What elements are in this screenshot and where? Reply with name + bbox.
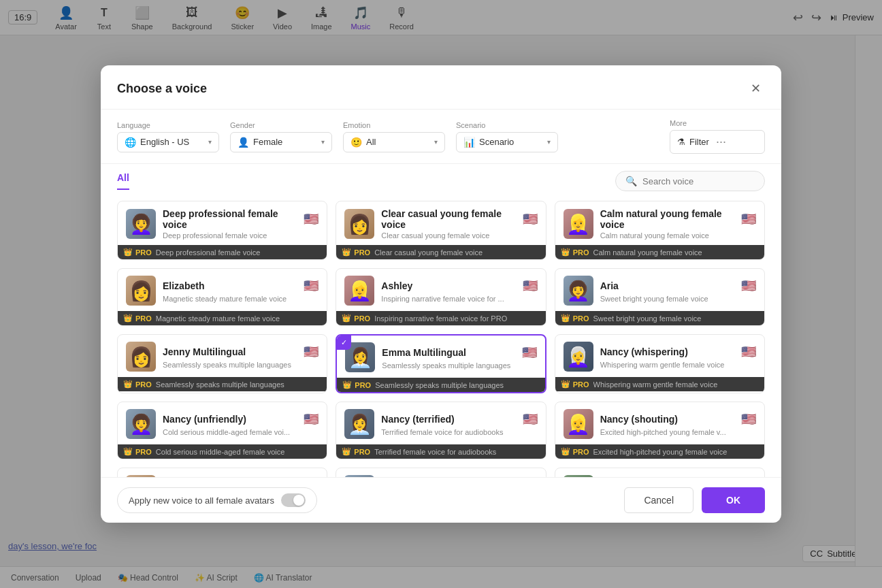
- filters-row: Language 🌐 English - US ▾ Gender 👤 Femal…: [101, 110, 781, 164]
- pro-badge: 👑 PRO: [123, 447, 152, 456]
- scenario-filter-select[interactable]: 📊 Scenario ▾: [456, 132, 558, 152]
- flag-icon: 🇺🇸: [304, 212, 318, 227]
- voice-card-elizabeth[interactable]: 👩 Elizabeth 🇺🇸 Magnetic steady mature fe…: [117, 268, 327, 326]
- voice-name-row: Nancy (unfriendly) 🇺🇸: [163, 412, 318, 427]
- voice-card-top: 👩 Jenny Multilingual 🇺🇸 Seamlessly speak…: [118, 335, 327, 377]
- voice-avatar: 👩: [344, 209, 374, 239]
- voice-card-nancy-unfriendly[interactable]: 👩‍🦱 Nancy (unfriendly) 🇺🇸 Cold serious m…: [117, 402, 327, 459]
- voice-card-nancy-friendly[interactable]: 🧑‍🦰 Nancy (friendly) 🇺🇸 Friendly warm fe…: [555, 468, 765, 477]
- voice-card-bottom: 👑 PRO Deep professional female voice: [118, 245, 327, 259]
- voice-card-bottom: 👑 PRO Magnetic steady mature female voic…: [118, 311, 327, 325]
- modal-title: Choose a voice: [117, 82, 207, 96]
- crown-icon: 👑: [123, 314, 133, 323]
- emotion-filter-group: Emotion 🙂 All ▾: [343, 121, 445, 152]
- gender-filter-label: Gender: [230, 121, 332, 129]
- voice-card-v2[interactable]: 👩 Clear casual young female voice 🇺🇸 Cle…: [336, 201, 546, 260]
- voice-desc: Seamlessly speaks multiple languages: [163, 361, 318, 369]
- voice-card-jenny-multi[interactable]: 👩 Jenny Multilingual 🇺🇸 Seamlessly speak…: [117, 334, 327, 393]
- apply-toggle[interactable]: [281, 493, 306, 507]
- voice-name-row: Emma Multilingual 🇺🇸: [382, 345, 536, 360]
- voice-card-nancy-shouting[interactable]: 👱‍♀️ Nancy (shouting) 🇺🇸 Excited high-pi…: [555, 402, 765, 459]
- language-filter-select[interactable]: 🌐 English - US ▾: [117, 132, 219, 152]
- voice-info: Elizabeth 🇺🇸 Magnetic steady mature fema…: [163, 278, 318, 303]
- pro-label: PRO: [354, 248, 370, 257]
- pro-badge: 👑 PRO: [561, 447, 589, 456]
- emotion-filter-select[interactable]: 🙂 All ▾: [343, 132, 445, 152]
- pro-badge: 👑 PRO: [123, 314, 152, 323]
- voice-name: Calm natural young female voice: [600, 208, 741, 230]
- voice-card-bottom: 👑 PRO Sweet bright young female voice: [555, 311, 764, 325]
- voice-card-bottom: 👑 PRO Inspiring narrative female voice f…: [336, 311, 545, 325]
- more-dots-button[interactable]: ···: [713, 135, 729, 149]
- crown-icon: 👑: [123, 380, 133, 389]
- gender-value: Female: [253, 137, 282, 147]
- voice-avatar: 👩: [126, 475, 156, 477]
- pro-label: PRO: [573, 380, 589, 389]
- voice-card-bottom: 👑 PRO Clear casual young female voice: [336, 245, 545, 259]
- pro-label: PRO: [354, 448, 370, 456]
- bottom-desc: Seamlessly speaks multiple languages: [375, 381, 504, 389]
- flag-icon: 🇺🇸: [741, 344, 756, 359]
- voice-avatar: 👱‍♀️: [564, 209, 593, 239]
- voice-card-bottom: 👑 PRO Excited high-pitched young female …: [555, 444, 764, 459]
- voice-card-bottom: 👑 PRO Calm natural young female voice: [555, 245, 764, 259]
- gender-filter-select[interactable]: 👤 Female ▾: [230, 132, 332, 152]
- voice-card-nancy-whisper[interactable]: 👩‍🦳 Nancy (whispering) 🇺🇸 Whispering war…: [555, 334, 765, 393]
- smile-icon: 🙂: [350, 137, 362, 148]
- voice-card-ashley[interactable]: 👱‍♀️ Ashley 🇺🇸 Inspiring narrative femal…: [336, 268, 546, 326]
- pro-label: PRO: [135, 248, 152, 257]
- voice-card-aria[interactable]: 👩‍🦱 Aria 🇺🇸 Sweet bright young female vo…: [555, 268, 765, 326]
- scenario-filter-label: Scenario: [456, 121, 558, 129]
- choose-voice-modal: Choose a voice ✕ Language 🌐 English - US…: [101, 65, 781, 523]
- crown-icon: 👑: [123, 447, 133, 456]
- voice-grid: 👩‍🦱 Deep professional female voice 🇺🇸 De…: [101, 191, 781, 477]
- voice-name: Emma Multilingual: [382, 347, 466, 358]
- voice-card-v1[interactable]: 👩‍🦱 Deep professional female voice 🇺🇸 De…: [117, 201, 327, 260]
- voice-name: Clear casual young female voice: [381, 208, 522, 230]
- voice-info: Jenny Multilingual 🇺🇸 Seamlessly speaks …: [163, 344, 318, 369]
- scenario-icon: 📊: [463, 137, 475, 148]
- voice-avatar: 👩‍💼: [344, 409, 374, 439]
- pro-label: PRO: [355, 381, 371, 389]
- voice-card-emma-multi[interactable]: ✓ 👩‍💼 Emma Multilingual 🇺🇸 Seamlessly sp…: [336, 334, 546, 393]
- voice-card-nancy-hopeful[interactable]: 👩‍🦱 Nancy (hopeful) 🇺🇸 Hopeful optimisti…: [336, 468, 546, 477]
- voice-card-v3[interactable]: 👱‍♀️ Calm natural young female voice 🇺🇸 …: [555, 201, 765, 260]
- voice-card-top: 👩‍🦱 Nancy (unfriendly) 🇺🇸 Cold serious m…: [118, 402, 327, 444]
- bottom-desc: Sweet bright young female voice: [593, 314, 702, 323]
- cancel-button[interactable]: Cancel: [624, 487, 693, 513]
- pro-badge: 👑 PRO: [561, 380, 589, 389]
- pro-label: PRO: [135, 448, 152, 456]
- more-filter-label: More: [670, 119, 765, 127]
- flag-icon: 🇺🇸: [523, 412, 538, 427]
- voice-search-input[interactable]: [642, 176, 751, 186]
- pro-label: PRO: [573, 314, 589, 323]
- voice-info: Calm natural young female voice 🇺🇸 Calm …: [600, 208, 756, 240]
- ok-button[interactable]: OK: [702, 487, 765, 513]
- voice-avatar: 👩: [126, 276, 156, 306]
- emotion-chevron-icon: ▾: [434, 138, 438, 146]
- modal-footer: Apply new voice to all female avatars Ca…: [101, 477, 781, 523]
- voice-card-nancy-sad[interactable]: 👩 Nancy (sad) 🇺🇸 Sad melancholic female …: [117, 468, 327, 477]
- tab-all[interactable]: All: [117, 172, 129, 190]
- voice-avatar: 👩: [126, 342, 156, 372]
- crown-icon: 👑: [342, 314, 351, 323]
- crown-icon: 👑: [342, 380, 352, 389]
- bottom-desc: Calm natural young female voice: [593, 248, 702, 257]
- flag-icon: 🇺🇸: [304, 278, 318, 293]
- pro-label: PRO: [573, 448, 589, 456]
- voice-card-top: 👩 Clear casual young female voice 🇺🇸 Cle…: [336, 201, 545, 245]
- voice-name: Aria: [600, 280, 619, 291]
- voice-card-nancy-terrified[interactable]: 👩‍💼 Nancy (terrified) 🇺🇸 Terrified femal…: [336, 402, 546, 459]
- voice-name-row: Deep professional female voice 🇺🇸: [163, 208, 318, 230]
- search-icon: 🔍: [625, 176, 637, 186]
- crown-icon: 👑: [561, 314, 570, 323]
- voice-name-row: Jenny Multilingual 🇺🇸: [163, 344, 318, 359]
- voice-card-top: 👩‍💼 Nancy (terrified) 🇺🇸 Terrified femal…: [336, 402, 545, 444]
- voice-name: Nancy (unfriendly): [163, 414, 246, 425]
- voice-avatar: 👩‍🦱: [344, 475, 374, 477]
- modal-close-button[interactable]: ✕: [746, 79, 765, 98]
- more-filter-select[interactable]: ⚗ Filter ···: [670, 130, 765, 154]
- crown-icon: 👑: [342, 447, 351, 456]
- voice-avatar: 👩‍🦱: [564, 276, 593, 306]
- crown-icon: 👑: [561, 380, 570, 389]
